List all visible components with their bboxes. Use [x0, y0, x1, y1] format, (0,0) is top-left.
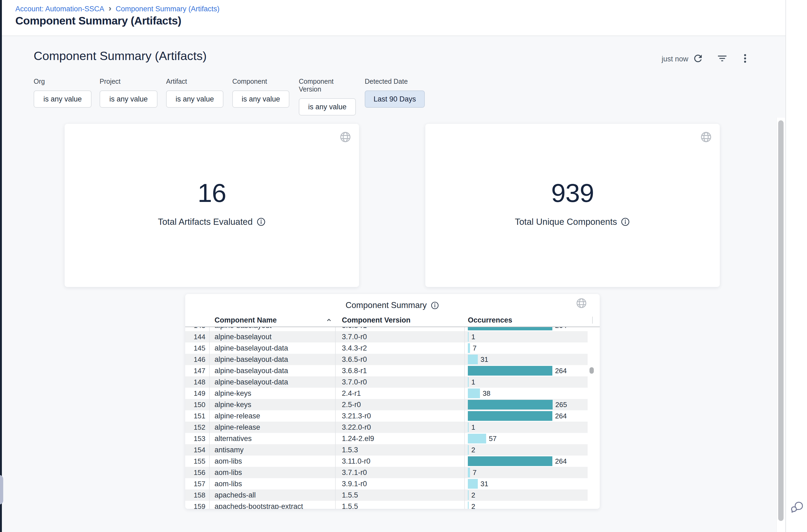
occurrences-cell[interactable]: 264 [464, 365, 588, 376]
occurrences-bar[interactable] [468, 434, 486, 443]
component-version-cell[interactable]: 3.21.3-r0 [335, 412, 464, 420]
occurrences-cell[interactable]: 2 [464, 490, 588, 501]
chat-support-icon[interactable] [790, 500, 804, 515]
component-name-cell[interactable]: antisamy [209, 446, 335, 454]
component-version-cell[interactable]: 3.4.3-r2 [335, 344, 464, 353]
breadcrumb-current-link[interactable]: Component Summary (Artifacts) [116, 5, 220, 13]
occurrences-cell[interactable]: 264 [464, 410, 588, 422]
component-name-cell[interactable]: aom-libs [209, 457, 335, 466]
component-version-cell[interactable]: 1.5.5 [335, 491, 464, 499]
column-header-component-version[interactable]: Component Version [335, 316, 464, 324]
filter-icon[interactable] [716, 53, 728, 64]
component-version-cell[interactable]: 3.7.0-r0 [335, 333, 464, 341]
occurrences-bar[interactable] [468, 445, 469, 455]
table-scrollbar-thumb[interactable] [590, 367, 594, 374]
occurrences-bar[interactable] [468, 388, 480, 398]
collapsed-side-nav [0, 0, 2, 532]
component-version-cell[interactable]: 2.5-r0 [335, 401, 464, 409]
component-name-cell[interactable]: alpine-baselayout-data [209, 355, 335, 364]
occurrences-bar[interactable] [468, 456, 552, 466]
component-version-cell[interactable]: 3.6.8-r1 [335, 327, 464, 330]
filter-value-button[interactable]: Last 90 Days [365, 91, 425, 108]
occurrences-cell[interactable]: 2 [464, 501, 588, 509]
occurrences-bar[interactable] [468, 468, 470, 477]
breadcrumb-account-link[interactable]: Account: Automation-SSCA [15, 5, 104, 13]
column-header-occurrences[interactable]: Occurrences [464, 316, 600, 324]
filter-value-button[interactable]: is any value [299, 98, 356, 115]
occurrences-bar[interactable] [468, 422, 469, 432]
component-name-cell[interactable]: alpine-baselayout [209, 333, 335, 341]
component-name-cell[interactable]: alpine-keys [209, 401, 335, 409]
component-version-cell[interactable]: 1.5.3 [335, 446, 464, 454]
occurrences-bar[interactable] [468, 327, 552, 330]
component-name-cell[interactable]: alpine-baselayout-data [209, 344, 335, 353]
component-name-cell[interactable]: alpine-keys [209, 389, 335, 398]
component-version-cell[interactable]: 3.7.1-r0 [335, 469, 464, 477]
occurrences-bar[interactable] [468, 377, 469, 387]
occurrences-cell[interactable]: 1 [464, 376, 588, 388]
component-version-cell[interactable]: 2.4-r1 [335, 389, 464, 398]
component-version-cell[interactable]: 3.9.1-r0 [335, 480, 464, 488]
filter-value-button[interactable]: is any value [232, 91, 289, 108]
filter-value-button[interactable]: is any value [34, 91, 92, 108]
info-icon[interactable] [430, 301, 439, 310]
component-name-cell[interactable]: alpine-baselayout-data [209, 378, 335, 386]
component-name-cell[interactable]: aom-libs [209, 469, 335, 477]
occurrences-cell[interactable]: 7 [464, 467, 588, 478]
occurrences-bar[interactable] [468, 501, 469, 509]
column-divider [592, 317, 593, 324]
occurrences-cell[interactable]: 2 [464, 444, 588, 456]
table-row: 151alpine-release3.21.3-r0264 [185, 410, 588, 422]
occurrences-value: 264 [555, 412, 566, 420]
component-version-cell[interactable]: 1.5.5 [335, 502, 464, 509]
occurrences-cell[interactable]: 1 [464, 331, 588, 342]
component-version-cell[interactable]: 3.6.8-r1 [335, 367, 464, 375]
component-name-cell[interactable]: alternatives [209, 435, 335, 443]
component-name-cell[interactable]: alpine-baselayout [209, 327, 335, 330]
component-name-cell[interactable]: alpine-release [209, 423, 335, 432]
component-name-cell[interactable]: aom-libs [209, 480, 335, 488]
row-number: 154 [185, 446, 209, 454]
component-name-cell[interactable]: apacheds-all [209, 491, 335, 499]
component-name-cell[interactable]: alpine-release [209, 412, 335, 420]
occurrences-cell[interactable]: 265 [464, 399, 588, 410]
row-number: 147 [185, 367, 209, 375]
nav-expand-handle[interactable] [0, 475, 3, 505]
info-icon[interactable] [620, 217, 630, 227]
occurrences-bar[interactable] [468, 343, 470, 353]
info-icon[interactable] [256, 217, 266, 227]
occurrences-bar[interactable] [468, 355, 478, 364]
refresh-icon[interactable] [692, 53, 704, 64]
occurrences-cell[interactable]: 264 [464, 327, 588, 331]
dashboard-scrollbar-thumb[interactable] [778, 120, 784, 521]
occurrences-cell[interactable]: 57 [464, 433, 588, 444]
occurrences-bar[interactable] [468, 400, 553, 410]
occurrences-cell[interactable]: 31 [464, 478, 588, 490]
sort-asc-icon[interactable] [325, 317, 332, 324]
occurrences-cell[interactable]: 7 [464, 342, 588, 354]
occurrences-cell[interactable]: 1 [464, 422, 588, 433]
component-name-cell[interactable]: alpine-baselayout-data [209, 367, 335, 375]
filter-value-button[interactable]: is any value [166, 91, 224, 108]
occurrences-bar[interactable] [468, 490, 469, 500]
occurrences-bar[interactable] [468, 411, 552, 421]
occurrences-cell[interactable]: 38 [464, 388, 588, 399]
component-name-cell[interactable]: apacheds-bootstrap-extract [209, 502, 335, 509]
component-version-cell[interactable]: 1.24-2.el9 [335, 435, 464, 443]
occurrences-cell[interactable]: 264 [464, 456, 588, 467]
globe-icon [339, 131, 351, 143]
occurrences-bar[interactable] [468, 332, 469, 342]
component-version-cell[interactable]: 3.22.0-r0 [335, 423, 464, 432]
table-row: 149alpine-keys2.4-r138 [185, 388, 588, 399]
component-version-cell[interactable]: 3.11.0-r0 [335, 457, 464, 466]
row-number: 159 [185, 502, 209, 509]
more-vert-icon[interactable] [739, 53, 751, 64]
column-header-component-name[interactable]: Component Name [209, 316, 335, 324]
occurrences-bar[interactable] [468, 479, 478, 489]
component-version-cell[interactable]: 3.6.5-r0 [335, 355, 464, 364]
filter-value-button[interactable]: is any value [100, 91, 157, 108]
occurrences-cell[interactable]: 31 [464, 354, 588, 365]
occurrences-bar[interactable] [468, 366, 552, 376]
component-version-cell[interactable]: 3.7.0-r0 [335, 378, 464, 386]
dashboard-scrollbar-track[interactable] [776, 118, 785, 532]
